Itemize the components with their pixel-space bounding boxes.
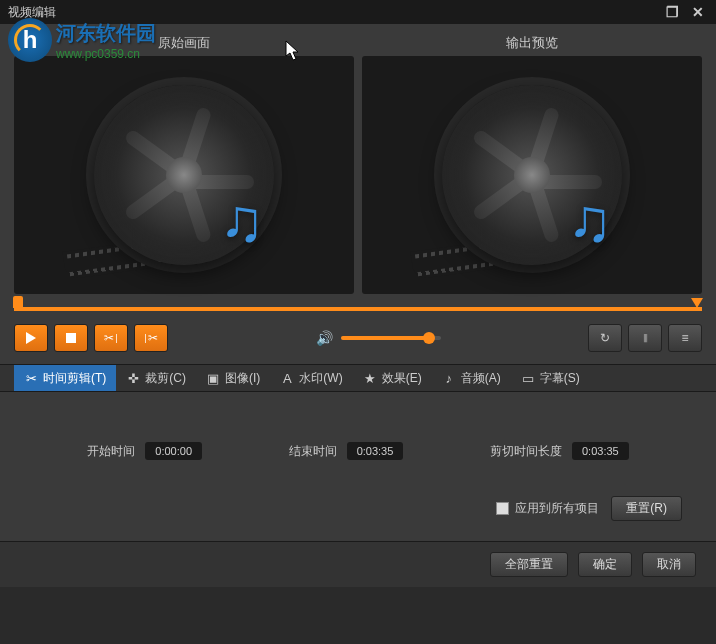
tab-time-trim[interactable]: ✂时间剪辑(T) <box>14 365 116 391</box>
tab-crop[interactable]: ✜裁剪(C) <box>116 365 196 391</box>
tab-effects[interactable]: ★效果(E) <box>353 365 432 391</box>
window-title: 视频编辑 <box>8 4 56 21</box>
tab-label: 字幕(S) <box>540 370 580 387</box>
start-time-value[interactable]: 0:00:00 <box>145 442 202 460</box>
tab-label: 水印(W) <box>299 370 342 387</box>
volume-icon[interactable]: 🔊 <box>316 330 333 346</box>
tab-label: 裁剪(C) <box>145 370 186 387</box>
reset-tab-button[interactable]: 重置(R) <box>611 496 682 521</box>
tab-watermark[interactable]: A水印(W) <box>270 365 352 391</box>
reset-all-button[interactable]: 全部重置 <box>490 552 568 577</box>
output-preview: ♫ <box>362 56 702 294</box>
trim-timeline[interactable] <box>14 302 702 316</box>
trim-end-handle[interactable] <box>691 298 703 308</box>
tab-label: 图像(I) <box>225 370 260 387</box>
video-placeholder-icon: ♫ <box>94 85 274 265</box>
tab-label: 时间剪辑(T) <box>43 370 106 387</box>
tab-audio[interactable]: ♪音频(A) <box>432 365 511 391</box>
output-preview-label: 输出预览 <box>362 30 702 56</box>
subtitle-icon: ▭ <box>521 371 535 386</box>
original-preview: ♫ <box>14 56 354 294</box>
maximize-button[interactable]: ❐ <box>662 4 682 20</box>
tab-image[interactable]: ▣图像(I) <box>196 365 270 391</box>
flip-horizontal-button[interactable]: ⦀ <box>628 324 662 352</box>
flip-vertical-button[interactable]: ≡ <box>668 324 702 352</box>
close-button[interactable]: ✕ <box>688 4 708 20</box>
play-button[interactable] <box>14 324 48 352</box>
cancel-button[interactable]: 取消 <box>642 552 696 577</box>
ok-button[interactable]: 确定 <box>578 552 632 577</box>
trim-length-label: 剪切时间长度 <box>490 443 562 460</box>
trim-length-value[interactable]: 0:03:35 <box>572 442 629 460</box>
end-time-label: 结束时间 <box>289 443 337 460</box>
tab-subtitle[interactable]: ▭字幕(S) <box>511 365 590 391</box>
image-icon: ▣ <box>206 371 220 386</box>
effects-icon: ★ <box>363 371 377 386</box>
svg-rect-0 <box>66 333 76 343</box>
start-time-label: 开始时间 <box>87 443 135 460</box>
stop-button[interactable] <box>54 324 88 352</box>
apply-all-label: 应用到所有项目 <box>515 500 599 517</box>
crop-icon: ✜ <box>126 371 140 386</box>
video-placeholder-icon: ♫ <box>442 85 622 265</box>
end-time-value[interactable]: 0:03:35 <box>347 442 404 460</box>
scissors-icon: ✂ <box>24 371 38 386</box>
rotate-button[interactable]: ↻ <box>588 324 622 352</box>
apply-all-checkbox[interactable] <box>496 502 509 515</box>
tab-label: 音频(A) <box>461 370 501 387</box>
original-preview-label: 原始画面 <box>14 30 354 56</box>
volume-slider[interactable] <box>341 336 441 340</box>
cut-end-button[interactable]: |✂ <box>134 324 168 352</box>
volume-knob[interactable] <box>423 332 435 344</box>
cut-start-button[interactable]: ✂| <box>94 324 128 352</box>
audio-icon: ♪ <box>442 371 456 386</box>
tab-label: 效果(E) <box>382 370 422 387</box>
watermark-icon: A <box>280 371 294 386</box>
